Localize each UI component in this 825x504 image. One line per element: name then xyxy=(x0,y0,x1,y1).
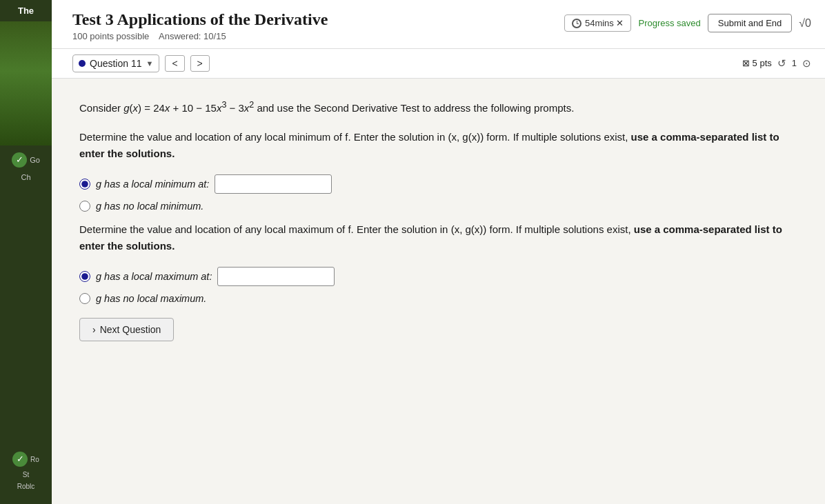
sidebar-label-ch: Ch xyxy=(21,173,30,181)
sidebar-label-roblc: Roblc xyxy=(17,483,35,490)
sidebar-label-st: St xyxy=(23,471,29,478)
radio-no-min[interactable] xyxy=(79,201,90,212)
question-content: Consider g(x) = 24x + 10 − 15x3 − 3x2 an… xyxy=(52,79,825,355)
radio-max-at-label: g has a local maximum at: xyxy=(96,271,212,282)
sqrt-icon: √0 xyxy=(799,17,811,30)
main-content: Test 3 Applications of the Derivative 10… xyxy=(52,0,825,504)
local-max-input[interactable] xyxy=(217,267,335,286)
points-text: ⊠ 5 pts xyxy=(742,58,772,68)
points-value: 5 pts xyxy=(753,58,772,68)
radio-row-no-max: g has no local maximum. xyxy=(79,293,797,304)
timer-badge: 54mins ✕ xyxy=(564,14,632,32)
test-meta: 100 points possible Answered: 10/15 xyxy=(72,31,328,41)
next-question-nav-button[interactable]: > xyxy=(190,55,210,72)
test-title: Test 3 Applications of the Derivative xyxy=(72,10,328,30)
radio-row-no-min: g has no local minimum. xyxy=(79,201,797,212)
progress-saved-text: Progress saved xyxy=(638,18,700,28)
points-possible: 100 points possible xyxy=(72,31,149,41)
radio-max-at[interactable] xyxy=(79,271,90,282)
question-nav-bar: Question 11 ▼ < > ⊠ 5 pts ↺ 1 ⊙ xyxy=(52,49,825,79)
number-display: 1 xyxy=(792,58,797,68)
radio-no-max[interactable] xyxy=(79,293,90,304)
dropdown-arrow-icon: ▼ xyxy=(146,59,154,68)
header: Test 3 Applications of the Derivative 10… xyxy=(52,0,825,49)
radio-no-min-label: g has no local minimum. xyxy=(96,201,203,212)
left-sidebar: The ✓ Go Ch ✓ Ro St Roblc xyxy=(0,0,52,504)
sidebar-label-go: Go xyxy=(30,156,40,164)
question-label: Question 11 xyxy=(90,58,142,69)
bookmark-icon[interactable]: ⊠ xyxy=(742,58,750,68)
question-intro: Consider g(x) = 24x + 10 − 15x3 − 3x2 an… xyxy=(79,98,797,117)
answered-count: Answered: 10/15 xyxy=(159,31,226,41)
header-left: Test 3 Applications of the Derivative 10… xyxy=(72,10,328,41)
radio-min-at[interactable] xyxy=(79,179,90,190)
sidebar-checkmark-go: ✓ xyxy=(12,152,27,168)
next-button-label: Next Question xyxy=(100,324,161,335)
timer-text: 54mins ✕ xyxy=(585,18,624,28)
prev-question-button[interactable]: < xyxy=(165,55,184,72)
sidebar-label-ro: Ro xyxy=(30,456,39,463)
next-chevron-icon: › xyxy=(92,324,96,335)
flag-icon[interactable]: ⊙ xyxy=(802,57,811,70)
radio-no-max-label: g has no local maximum. xyxy=(96,293,206,304)
question-nav-left: Question 11 ▼ < > xyxy=(72,54,210,72)
radio-row-min-at: g has a local minimum at: xyxy=(79,174,797,194)
radio-row-max-at: g has a local maximum at: xyxy=(79,267,797,286)
undo-icon[interactable]: ↺ xyxy=(777,57,786,70)
sidebar-bottom: ✓ Ro St Roblc xyxy=(12,452,39,490)
next-question-button[interactable]: › Next Question xyxy=(79,318,174,341)
sidebar-checkmark-ro: ✓ xyxy=(12,452,28,467)
header-right: 54mins ✕ Progress saved Submit and End √… xyxy=(564,14,811,32)
sidebar-image xyxy=(0,21,52,145)
section1-instruction: Determine the value and location of any … xyxy=(79,129,797,162)
question-status-dot xyxy=(79,60,86,67)
question-nav-right: ⊠ 5 pts ↺ 1 ⊙ xyxy=(742,57,811,70)
clock-icon xyxy=(572,19,582,28)
question-selector[interactable]: Question 11 ▼ xyxy=(72,54,159,72)
sidebar-top-label: The xyxy=(15,0,37,21)
section2-instruction: Determine the value and location of any … xyxy=(79,221,797,254)
local-maximum-group: g has a local maximum at: g has no local… xyxy=(79,267,797,304)
local-minimum-group: g has a local minimum at: g has no local… xyxy=(79,174,797,212)
sidebar-mid-items: ✓ Go Ch xyxy=(12,152,40,181)
local-min-input[interactable] xyxy=(215,174,332,194)
submit-end-button[interactable]: Submit and End xyxy=(708,14,793,32)
radio-min-at-label: g has a local minimum at: xyxy=(96,179,209,190)
